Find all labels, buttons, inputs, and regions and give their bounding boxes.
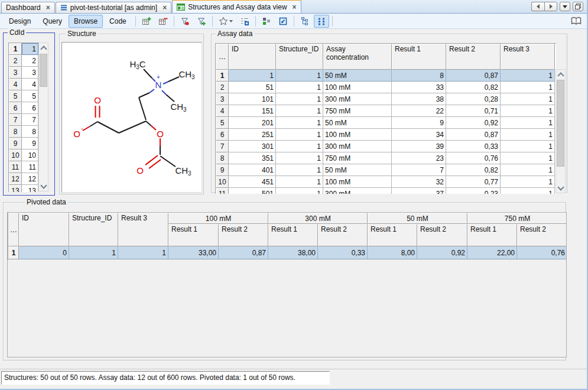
structure-canvas[interactable]: H3C CH3 CH3 CH3 N + O O O - O <box>61 42 202 193</box>
cell[interactable]: 50 mM <box>323 70 392 82</box>
cell[interactable]: 1 <box>276 129 323 141</box>
saved-lists-button[interactable] <box>237 15 252 28</box>
row-header[interactable]: 8 <box>9 126 22 138</box>
cell[interactable]: 22,00 <box>467 246 517 259</box>
cell[interactable]: 0,82 <box>446 82 501 93</box>
row-header[interactable]: 11 <box>216 188 229 194</box>
close-icon[interactable]: × <box>46 5 50 11</box>
cell[interactable]: 39 <box>392 141 446 152</box>
row-header[interactable]: 6 <box>216 129 229 141</box>
cell[interactable]: 9 <box>392 117 446 129</box>
row-header[interactable]: 7 <box>216 141 229 152</box>
row-header[interactable]: 2 <box>9 55 22 67</box>
row-header[interactable]: 3 <box>9 67 22 79</box>
tab-structures-assay-view[interactable]: Structures and Assay data view × <box>172 0 301 13</box>
cell[interactable]: 750 mM <box>323 105 392 117</box>
column-header[interactable]: ID <box>229 44 276 70</box>
cell[interactable]: 1 <box>501 93 555 105</box>
row-header[interactable]: 6 <box>9 102 22 114</box>
tab-dashboard[interactable]: Dashboard × <box>1 2 55 13</box>
cell[interactable]: 1 <box>501 117 555 129</box>
row-header[interactable]: 12 <box>9 173 22 185</box>
cell[interactable]: 1 <box>276 164 323 176</box>
cell[interactable]: 1 <box>69 246 118 259</box>
row-header[interactable]: 2 <box>216 82 229 93</box>
scroll-up-icon[interactable] <box>556 70 565 79</box>
add-table-button[interactable] <box>139 15 154 28</box>
scrollbar-thumb[interactable] <box>40 54 47 87</box>
cell[interactable]: 501 <box>229 188 276 194</box>
cdid-cell[interactable]: 13 <box>22 185 38 192</box>
cdid-scrollbar[interactable] <box>38 43 48 191</box>
column-header[interactable]: Result 1 <box>168 224 219 246</box>
cell[interactable]: 0 <box>19 246 69 259</box>
add-filter-button[interactable] <box>194 15 209 28</box>
widgets-button[interactable] <box>259 15 274 28</box>
cell[interactable]: 32 <box>392 176 446 188</box>
column-header[interactable]: Structure_ID <box>276 44 323 70</box>
row-header[interactable]: 1 <box>9 43 22 55</box>
cell[interactable]: 1 <box>501 164 555 176</box>
cell[interactable]: 100 mM <box>323 176 392 188</box>
cell[interactable]: 0,23 <box>446 188 501 194</box>
cell[interactable]: 23 <box>392 152 446 164</box>
cell[interactable]: 101 <box>229 93 276 105</box>
cell[interactable]: 51 <box>229 82 276 93</box>
cell[interactable]: 1 <box>276 152 323 164</box>
tab-list-dropdown-button[interactable] <box>560 2 570 11</box>
cell[interactable]: 1 <box>118 246 168 259</box>
pivot-group-header[interactable]: 100 mM <box>168 213 268 224</box>
cell[interactable]: 0,33 <box>318 246 368 259</box>
cell[interactable]: 0,92 <box>446 117 501 129</box>
cell[interactable]: 37 <box>392 188 446 194</box>
code-button[interactable]: Code <box>104 15 132 28</box>
cell[interactable]: 151 <box>229 105 276 117</box>
column-header[interactable]: Result 2 <box>318 224 368 246</box>
row-header[interactable]: 3 <box>216 93 229 105</box>
cell[interactable]: 1 <box>501 82 555 93</box>
open-in-window-button[interactable] <box>275 15 291 28</box>
cell[interactable]: 1 <box>276 93 323 105</box>
cdid-cell[interactable]: 5 <box>22 90 38 102</box>
assay-scrollbar[interactable] <box>555 69 566 193</box>
row-header[interactable]: 13 <box>9 185 22 192</box>
cell[interactable]: 0,28 <box>446 93 501 105</box>
cell[interactable]: 34 <box>392 129 446 141</box>
cdid-cell[interactable]: 11 <box>22 161 38 173</box>
cell[interactable]: 1 <box>276 141 323 152</box>
cell[interactable]: 1 <box>276 176 323 188</box>
row-header[interactable]: 7 <box>9 114 22 126</box>
cell[interactable]: 300 mM <box>323 93 392 105</box>
cell[interactable]: 0,33 <box>446 141 501 152</box>
close-icon[interactable]: × <box>163 5 167 11</box>
cell[interactable]: 1 <box>276 70 323 82</box>
cell[interactable]: 300 mM <box>323 188 392 194</box>
pivot-group-header[interactable]: 300 mM <box>268 213 368 224</box>
restore-window-button[interactable] <box>573 2 583 11</box>
hierarchy-button[interactable] <box>297 15 313 28</box>
cell[interactable]: 0,87 <box>446 70 501 82</box>
row-header[interactable]: 4 <box>9 79 22 90</box>
favorites-button[interactable] <box>216 15 236 28</box>
cell[interactable]: 0,87 <box>446 129 501 141</box>
table-corner-button[interactable]: … <box>8 213 19 246</box>
cell[interactable]: 1 <box>276 117 323 129</box>
cell[interactable]: 201 <box>229 117 276 129</box>
scroll-tabs-right-button[interactable] <box>544 2 557 11</box>
row-header[interactable]: 5 <box>216 117 229 129</box>
cell[interactable]: 301 <box>229 141 276 152</box>
browse-button[interactable]: Browse <box>69 15 103 28</box>
cell[interactable]: 33 <box>392 82 446 93</box>
remove-table-button[interactable] <box>155 15 171 28</box>
cell[interactable]: 100 mM <box>323 82 392 93</box>
column-header[interactable]: Assay concentration <box>323 44 392 70</box>
cell[interactable]: 351 <box>229 152 276 164</box>
cell[interactable]: 0,76 <box>517 246 567 259</box>
cell[interactable]: 1 <box>501 152 555 164</box>
cdid-cell[interactable]: 7 <box>22 114 38 126</box>
query-button[interactable]: Query <box>37 15 67 28</box>
cell[interactable]: 0,76 <box>446 152 501 164</box>
row-header[interactable]: 9 <box>216 164 229 176</box>
scroll-down-icon[interactable] <box>39 181 48 191</box>
cell[interactable]: 0,92 <box>417 246 467 259</box>
